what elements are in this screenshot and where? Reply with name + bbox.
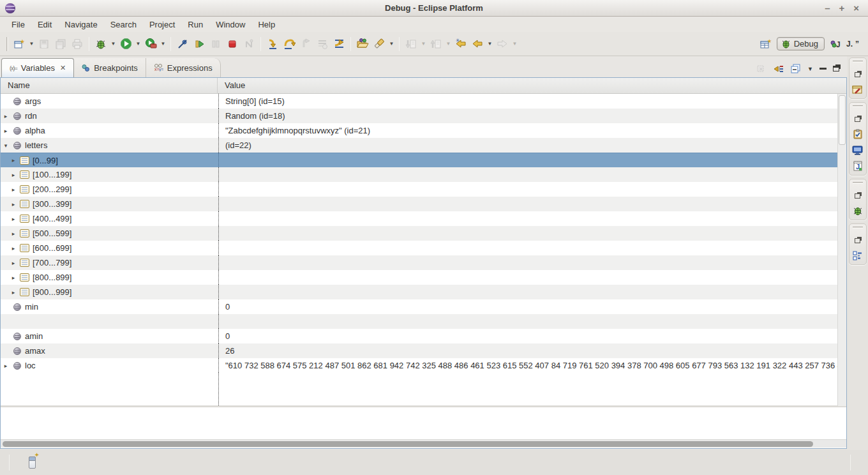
- expand-arrow-icon[interactable]: ▸: [10, 289, 17, 296]
- tab-variables[interactable]: (x)= Variables ✕: [1, 58, 74, 77]
- debug-view-icon[interactable]: [852, 206, 864, 216]
- javadoc-icon[interactable]: J: [852, 161, 864, 171]
- back-button[interactable]: [470, 36, 485, 52]
- menu-run[interactable]: Run: [181, 18, 209, 31]
- stack-drag-handle[interactable]: [853, 61, 863, 63]
- perspective-scrapbook-button[interactable]: ”: [855, 40, 859, 49]
- run-launch-button[interactable]: [118, 36, 133, 52]
- restore-view-icon[interactable]: [852, 234, 864, 245]
- use-step-filters-button[interactable]: [331, 36, 347, 52]
- stack-drag-handle[interactable]: [853, 227, 863, 229]
- run-launch-dropdown[interactable]: ▼: [134, 36, 142, 52]
- tasks-icon[interactable]: [852, 129, 864, 139]
- perspective-debug-button[interactable]: Debug: [777, 37, 825, 50]
- menu-navigate[interactable]: Navigate: [58, 18, 103, 31]
- maximize-window-button[interactable]: +: [839, 0, 844, 17]
- table-row[interactable]: amax 26: [1, 343, 846, 358]
- menu-help[interactable]: Help: [251, 18, 281, 31]
- minimize-view-button[interactable]: [819, 68, 827, 70]
- expand-arrow-icon[interactable]: ▾: [2, 142, 10, 149]
- table-row[interactable]: ▸ [800...899]: [1, 270, 846, 285]
- expand-arrow-icon[interactable]: ▸: [10, 260, 17, 266]
- table-row[interactable]: ▸ [900...999]: [1, 285, 846, 299]
- close-window-button[interactable]: ×: [853, 0, 859, 17]
- table-row[interactable]: [1, 314, 846, 329]
- run-last-tool-dropdown[interactable]: ▼: [159, 36, 167, 52]
- menu-window[interactable]: Window: [209, 18, 251, 31]
- expand-arrow-icon[interactable]: ▸: [10, 186, 17, 193]
- table-row[interactable]: ▾ letters (id=22): [1, 138, 846, 153]
- table-row[interactable]: ▸ [0...99]: [1, 153, 846, 167]
- expand-arrow-icon[interactable]: ▸: [10, 201, 17, 207]
- table-row[interactable]: ▸ alpha "Zabcdefghijklmnopqrstuvwxyz" (i…: [1, 123, 846, 138]
- table-row[interactable]: ▸ [500...599]: [1, 226, 846, 241]
- table-row[interactable]: ▸ [200...299]: [1, 182, 846, 197]
- table-row[interactable]: ▸ [400...499]: [1, 211, 846, 226]
- expand-arrow-icon[interactable]: ▸: [10, 275, 17, 281]
- expand-arrow-icon[interactable]: ▸: [2, 363, 10, 369]
- tab-expressions[interactable]: x=y= Expressions: [146, 58, 221, 77]
- outline-icon[interactable]: [852, 250, 864, 260]
- stack-drag-handle[interactable]: [853, 105, 863, 107]
- column-header-name[interactable]: Name: [1, 78, 218, 93]
- stack-drag-handle[interactable]: [853, 182, 863, 184]
- maximize-view-button[interactable]: [833, 66, 842, 72]
- perspective-java-browsing-button[interactable]: J.: [846, 40, 853, 49]
- table-row[interactable]: min 0: [1, 299, 846, 314]
- debug-launch-dropdown[interactable]: ▼: [109, 36, 117, 52]
- terminate-button[interactable]: [225, 36, 240, 52]
- search-button[interactable]: [371, 36, 387, 52]
- expand-arrow-icon[interactable]: ▸: [2, 113, 10, 119]
- new-wizard-button[interactable]: ★: [11, 36, 27, 52]
- scrollbar-thumb[interactable]: [839, 95, 846, 145]
- expand-arrow-icon[interactable]: ▸: [10, 245, 17, 252]
- table-row[interactable]: args String[0] (id=15): [1, 94, 846, 109]
- perspective-java-button[interactable]: J: [828, 36, 843, 52]
- restore-view-icon[interactable]: [852, 190, 864, 200]
- restore-view-icon[interactable]: [852, 68, 864, 79]
- expand-arrow-icon[interactable]: ▸: [10, 157, 17, 163]
- expand-arrow-icon[interactable]: ▸: [2, 128, 10, 134]
- restore-view-icon[interactable]: [852, 113, 864, 123]
- table-row[interactable]: ▸ [100...199]: [1, 167, 846, 182]
- back-dropdown[interactable]: ▼: [486, 36, 494, 52]
- menu-project[interactable]: Project: [143, 18, 181, 31]
- last-edit-location-button[interactable]: ✳: [453, 36, 468, 52]
- step-into-button[interactable]: [265, 36, 280, 52]
- search-dropdown[interactable]: ▼: [387, 36, 396, 52]
- open-perspective-button[interactable]: ★: [758, 36, 774, 52]
- view-menu-button[interactable]: ▼: [807, 66, 813, 72]
- resume-button[interactable]: [191, 36, 207, 52]
- table-row[interactable]: ▸ [600...699]: [1, 241, 846, 255]
- collapse-all-button[interactable]: [791, 64, 801, 73]
- table-row[interactable]: ▸ [700...799]: [1, 255, 846, 270]
- fast-view-icon[interactable]: [29, 456, 36, 469]
- menu-file[interactable]: File: [5, 18, 31, 31]
- column-header-value[interactable]: Value: [218, 78, 846, 93]
- skip-all-breakpoints-button[interactable]: [175, 36, 190, 52]
- close-tab-icon[interactable]: ✕: [60, 64, 66, 72]
- minimize-window-button[interactable]: –: [825, 0, 830, 17]
- menu-edit[interactable]: Edit: [31, 18, 58, 31]
- new-wizard-dropdown[interactable]: ▼: [27, 36, 36, 52]
- menu-search[interactable]: Search: [104, 18, 143, 31]
- console-icon[interactable]: [852, 145, 864, 155]
- detail-pane[interactable]: [1, 407, 846, 439]
- table-row[interactable]: ▸ [300...399]: [1, 197, 846, 211]
- scrollbar-thumb[interactable]: [3, 441, 813, 447]
- horizontal-scrollbar[interactable]: [1, 439, 846, 448]
- open-type-button[interactable]: [355, 36, 370, 52]
- tab-breakpoints[interactable]: Breakpoints: [74, 58, 146, 77]
- expand-arrow-icon[interactable]: ▸: [10, 216, 17, 222]
- show-logical-structure-button[interactable]: [774, 64, 784, 73]
- run-last-tool-button[interactable]: [143, 36, 158, 52]
- table-row[interactable]: ▸ rdn Random (id=18): [1, 109, 846, 123]
- table-row[interactable]: amin 0: [1, 329, 846, 343]
- expand-arrow-icon[interactable]: ▸: [10, 172, 17, 178]
- vertical-scrollbar[interactable]: [837, 94, 846, 406]
- table-row[interactable]: ▸ loc "610 732 588 674 575 212 487 501 8…: [1, 358, 846, 373]
- editor-icon[interactable]: [852, 84, 864, 94]
- step-over-button[interactable]: [281, 36, 297, 52]
- expand-arrow-icon[interactable]: ▸: [10, 230, 17, 237]
- debug-launch-button[interactable]: [93, 36, 108, 52]
